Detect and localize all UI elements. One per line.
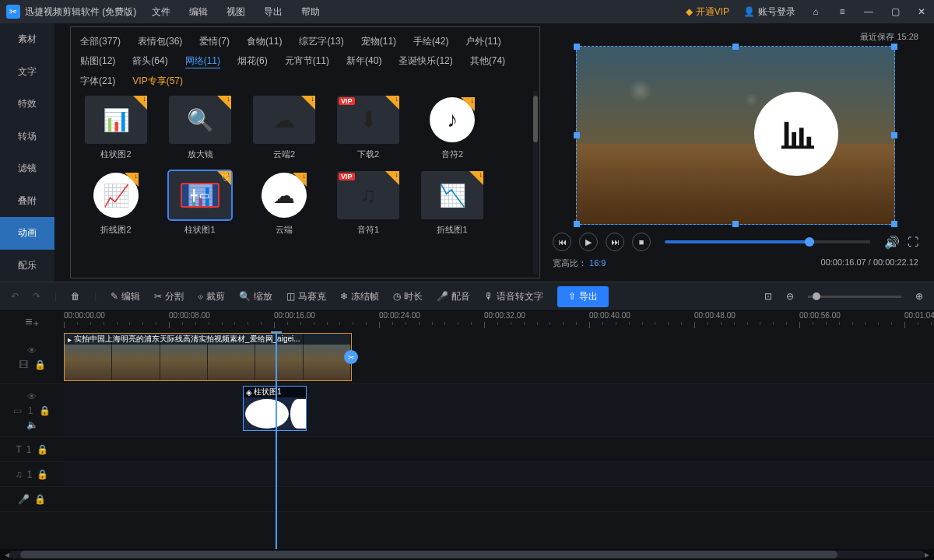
animation-clip[interactable]: ◈柱状图1 bbox=[243, 386, 307, 431]
menu-view[interactable]: 视图 bbox=[226, 5, 245, 19]
progress-bar[interactable] bbox=[665, 240, 870, 243]
asset-item[interactable]: ⬇↓VIP下载2 bbox=[332, 96, 404, 160]
tab-music[interactable]: 配乐 bbox=[0, 250, 54, 282]
add-track-button[interactable]: ≡₊ bbox=[0, 314, 64, 329]
lock-icon[interactable]: 🔒 bbox=[37, 469, 48, 480]
category-item[interactable]: 表情包(36) bbox=[138, 35, 182, 48]
voice-track-body[interactable] bbox=[64, 487, 934, 511]
crop-button[interactable]: ⟐ 裁剪 bbox=[198, 290, 225, 303]
category-item[interactable]: 网络(11) bbox=[185, 54, 220, 68]
overlay-track-body[interactable]: ◈柱状图1 bbox=[64, 384, 934, 436]
category-item[interactable]: 贴图(12) bbox=[80, 54, 115, 68]
category-item[interactable]: 综艺字(13) bbox=[299, 35, 343, 48]
category-item[interactable]: 食物(11) bbox=[247, 35, 282, 48]
tracks: 👁🎞🔒 ▸实拍中国上海明亮的浦东天际线高清实拍视频素材_爱给网_aigei...… bbox=[0, 331, 934, 549]
category-item[interactable]: VIP专享(57) bbox=[132, 75, 183, 88]
horizontal-scrollbar[interactable]: ◂ ▸ bbox=[0, 549, 934, 560]
asset-item[interactable]: 📊↓╋ ▭♡柱状图1 bbox=[164, 171, 236, 236]
tab-animation[interactable]: 动画 bbox=[0, 217, 54, 250]
menu-help[interactable]: 帮助 bbox=[301, 5, 320, 19]
playhead[interactable] bbox=[276, 331, 277, 549]
freeze-button[interactable]: ❄ 冻结帧 bbox=[340, 290, 379, 303]
stop-button[interactable]: ■ bbox=[632, 233, 651, 251]
diamond-icon: ◆ bbox=[686, 6, 693, 17]
menu-icon[interactable]: ≡ bbox=[836, 6, 848, 17]
asset-item[interactable]: 📈↓折线图2 bbox=[80, 171, 152, 236]
time-ruler[interactable]: 00:00:00.0000:00:08.0000:00:16.0000:00:2… bbox=[64, 311, 934, 331]
category-item[interactable]: 圣诞快乐(12) bbox=[399, 54, 452, 68]
timeline-toolbar: ↶ ↷ | 🗑 | ✎ 编辑 ✂ 分割 ⟐ 裁剪 🔍 缩放 ◫ 马赛克 ❄ 冻结… bbox=[0, 282, 934, 311]
menu-export[interactable]: 导出 bbox=[264, 5, 283, 19]
category-item[interactable]: 箭头(64) bbox=[132, 54, 167, 68]
category-item[interactable]: 手绘(42) bbox=[413, 35, 448, 48]
prev-frame-button[interactable]: ⏮ bbox=[553, 233, 571, 251]
duration-button[interactable]: ◷ 时长 bbox=[393, 290, 423, 303]
category-item[interactable]: 其他(74) bbox=[470, 54, 505, 68]
zoom-out-button[interactable]: ⊖ bbox=[786, 291, 794, 302]
speaker-icon[interactable]: 🔈 bbox=[26, 419, 38, 430]
vip-button[interactable]: ◆ 开通VIP bbox=[686, 5, 729, 19]
edit-button[interactable]: ✎ 编辑 bbox=[111, 290, 140, 303]
asset-scrollbar[interactable] bbox=[533, 91, 538, 275]
eye-icon[interactable]: 👁 bbox=[27, 391, 37, 402]
text-track-body[interactable] bbox=[64, 437, 934, 461]
category-item[interactable]: 字体(21) bbox=[80, 75, 115, 88]
category-item[interactable]: 全部(377) bbox=[80, 35, 121, 48]
asset-item[interactable]: 🔍↓放大镜 bbox=[164, 96, 236, 160]
scissors-icon[interactable]: ✂ bbox=[344, 350, 358, 364]
fit-button[interactable]: ⊡ bbox=[764, 291, 772, 302]
preview-overlay-chart[interactable] bbox=[754, 92, 838, 176]
zoom-in-button[interactable]: ⊕ bbox=[915, 291, 923, 302]
asset-item[interactable]: ♪↓音符2 bbox=[416, 96, 488, 160]
maximize-icon[interactable]: ▢ bbox=[889, 6, 901, 17]
eye-icon[interactable]: 👁 bbox=[27, 345, 37, 356]
video-track-body[interactable]: ▸实拍中国上海明亮的浦东天际线高清实拍视频素材_爱给网_aigei... ✂ bbox=[64, 331, 934, 383]
audio-track-body[interactable] bbox=[64, 462, 934, 486]
close-icon[interactable]: ✕ bbox=[915, 6, 928, 17]
dub-button[interactable]: 🎤 配音 bbox=[437, 290, 470, 303]
zoom-button[interactable]: 🔍 缩放 bbox=[239, 290, 272, 303]
category-item[interactable]: 新年(40) bbox=[346, 54, 381, 68]
split-button[interactable]: ✂ 分割 bbox=[154, 290, 184, 303]
text-track: T1🔒 bbox=[0, 437, 934, 462]
speech-button[interactable]: 🎙 语音转文字 bbox=[484, 290, 543, 303]
asset-item[interactable]: ♫↓VIP音符1 bbox=[332, 171, 404, 236]
category-item[interactable]: 宠物(11) bbox=[361, 35, 396, 48]
fullscreen-icon[interactable]: ⛶ bbox=[908, 236, 918, 248]
menu-edit[interactable]: 编辑 bbox=[189, 5, 208, 19]
asset-item[interactable]: ☁↓云端2 bbox=[248, 96, 320, 160]
login-button[interactable]: 👤 账号登录 bbox=[743, 5, 795, 19]
export-button[interactable]: ⇧ 导出 bbox=[557, 286, 609, 307]
mosaic-button[interactable]: ◫ 马赛克 bbox=[286, 290, 326, 303]
category-item[interactable]: 烟花(6) bbox=[237, 54, 268, 68]
tab-transitions[interactable]: 转场 bbox=[0, 121, 54, 153]
category-item[interactable]: 元宵节(11) bbox=[285, 54, 329, 68]
next-frame-button[interactable]: ⏭ bbox=[606, 233, 624, 251]
menu-file[interactable]: 文件 bbox=[152, 5, 170, 19]
asset-item[interactable]: ☁↓云端 bbox=[248, 171, 320, 236]
tab-text[interactable]: 文字 bbox=[0, 56, 54, 89]
category-item[interactable]: 户外(11) bbox=[465, 35, 500, 48]
redo-button[interactable]: ↷ bbox=[33, 291, 40, 302]
category-item[interactable]: 爱情(7) bbox=[199, 35, 230, 48]
lock-icon[interactable]: 🔒 bbox=[39, 405, 51, 416]
tab-assets[interactable]: 素材 bbox=[0, 23, 54, 56]
tab-overlay[interactable]: 叠附 bbox=[0, 185, 54, 218]
home-icon[interactable]: ⌂ bbox=[809, 6, 822, 17]
video-clip[interactable]: ▸实拍中国上海明亮的浦东天际线高清实拍视频素材_爱给网_aigei... ✂ bbox=[64, 333, 352, 381]
play-button[interactable]: ▶ bbox=[579, 233, 598, 251]
lock-icon[interactable]: 🔒 bbox=[37, 444, 48, 455]
ratio-value[interactable]: 16:9 bbox=[589, 258, 606, 268]
tab-effects[interactable]: 特效 bbox=[0, 88, 54, 121]
lock-icon[interactable]: 🔒 bbox=[34, 494, 46, 505]
zoom-slider[interactable] bbox=[808, 296, 901, 298]
undo-button[interactable]: ↶ bbox=[11, 291, 19, 302]
minimize-icon[interactable]: — bbox=[862, 6, 875, 17]
preview-canvas[interactable] bbox=[576, 46, 895, 225]
volume-icon[interactable]: 🔊 bbox=[884, 235, 900, 250]
asset-item[interactable]: 📉↓折线图1 bbox=[416, 171, 488, 236]
asset-item[interactable]: 📊↓柱状图2 bbox=[80, 96, 152, 160]
delete-button[interactable]: 🗑 bbox=[71, 291, 80, 302]
lock-icon[interactable]: 🔒 bbox=[34, 359, 46, 370]
tab-filters[interactable]: 滤镜 bbox=[0, 152, 54, 185]
